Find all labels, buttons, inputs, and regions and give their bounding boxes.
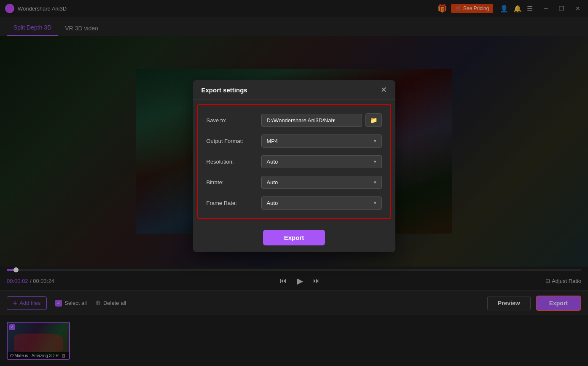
- frame-rate-row: Frame Rate: Auto ▾: [207, 196, 382, 210]
- save-to-label: Save to:: [207, 117, 261, 124]
- output-format-label: Output Format:: [207, 138, 261, 144]
- chevron-down-icon: ▾: [374, 138, 376, 144]
- folder-browse-button[interactable]: 📁: [365, 113, 382, 127]
- save-to-value: D:/Wondershare Ani3D/Nal▾: [267, 117, 336, 124]
- output-format-row: Output Format: MP4 ▾: [207, 135, 382, 148]
- resolution-value: Auto: [267, 159, 278, 165]
- frame-rate-select[interactable]: Auto ▾: [261, 196, 382, 210]
- dialog-body: Save to: D:/Wondershare Ani3D/Nal▾ 📁 Out…: [197, 104, 391, 219]
- save-to-select[interactable]: D:/Wondershare Ani3D/Nal▾: [261, 114, 362, 127]
- resolution-control: Auto ▾: [261, 155, 382, 168]
- resolution-select[interactable]: Auto ▾: [261, 155, 382, 168]
- frame-rate-label: Frame Rate:: [207, 200, 261, 206]
- bitrate-value: Auto: [267, 179, 278, 186]
- export-dialog-button[interactable]: Export: [263, 230, 325, 245]
- save-to-row: Save to: D:/Wondershare Ani3D/Nal▾ 📁: [207, 113, 382, 127]
- bitrate-select[interactable]: Auto ▾: [261, 176, 382, 189]
- dialog-header: Export settings ✕: [193, 80, 395, 100]
- bitrate-label: Bitrate:: [207, 179, 261, 186]
- bitrate-row: Bitrate: Auto ▾: [207, 176, 382, 189]
- frame-rate-control: Auto ▾: [261, 196, 382, 210]
- bitrate-control: Auto ▾: [261, 176, 382, 189]
- dialog-title: Export settings: [201, 86, 247, 94]
- dialog-close-button[interactable]: ✕: [381, 86, 387, 94]
- dialog-overlay: Export settings ✕ Save to: D:/Wondershar…: [0, 0, 588, 366]
- save-to-control: D:/Wondershare Ani3D/Nal▾ 📁: [261, 113, 382, 127]
- chevron-down-icon: ▾: [374, 200, 376, 206]
- export-settings-dialog: Export settings ✕ Save to: D:/Wondershar…: [193, 80, 395, 252]
- chevron-down-icon: ▾: [374, 180, 376, 185]
- frame-rate-value: Auto: [267, 200, 278, 206]
- resolution-label: Resolution:: [207, 159, 261, 165]
- resolution-row: Resolution: Auto ▾: [207, 155, 382, 168]
- output-format-select[interactable]: MP4 ▾: [261, 135, 382, 148]
- output-format-value: MP4: [267, 138, 278, 144]
- dialog-footer: Export: [193, 223, 395, 252]
- chevron-down-icon: ▾: [374, 159, 376, 164]
- output-format-control: MP4 ▾: [261, 135, 382, 148]
